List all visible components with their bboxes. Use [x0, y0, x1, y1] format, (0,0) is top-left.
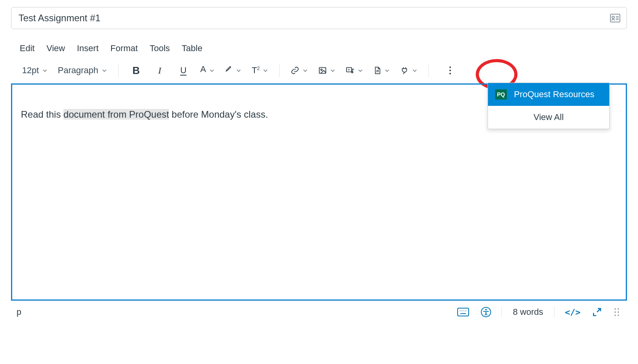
- menu-edit[interactable]: Edit: [20, 43, 35, 54]
- text-color-button[interactable]: A: [198, 63, 217, 78]
- drag-handle-icon: [614, 307, 620, 317]
- bold-button[interactable]: B: [127, 64, 145, 77]
- svg-point-18: [464, 310, 464, 311]
- keyboard-shortcuts-button[interactable]: [456, 307, 471, 317]
- menu-insert[interactable]: Insert: [77, 43, 98, 54]
- proquest-badge-icon: PQ: [495, 89, 507, 100]
- svg-point-26: [614, 311, 616, 312]
- image-icon: [318, 66, 327, 75]
- svg-point-22: [485, 309, 487, 310]
- svg-point-6: [321, 69, 323, 70]
- chevron-down-icon: [42, 68, 48, 73]
- body-text-before: Read this: [21, 109, 63, 120]
- dropdown-item-proquest[interactable]: PQ ProQuest Resources: [488, 83, 609, 106]
- svg-point-13: [449, 70, 451, 71]
- font-size-dropdown[interactable]: 12pt: [20, 65, 50, 76]
- svg-point-19: [466, 310, 466, 311]
- document-button[interactable]: [371, 65, 392, 76]
- image-button[interactable]: [316, 65, 338, 76]
- italic-button[interactable]: I: [151, 64, 169, 77]
- toolbar: 12pt Paragraph B I U: [11, 61, 627, 82]
- chevron-down-icon: [263, 68, 268, 73]
- chevron-down-icon: [209, 68, 215, 73]
- chevron-down-icon: [384, 68, 390, 73]
- svg-point-16: [460, 310, 460, 311]
- body-text-after: before Monday's class.: [169, 109, 268, 120]
- italic-icon: I: [158, 66, 161, 75]
- text-color-icon: A: [200, 65, 206, 76]
- svg-point-29: [618, 314, 619, 316]
- block-format-dropdown[interactable]: Paragraph: [56, 65, 109, 76]
- toolbar-separator: [118, 64, 119, 77]
- status-separator: [501, 307, 502, 318]
- link-icon: [291, 66, 299, 75]
- menu-format[interactable]: Format: [110, 43, 138, 54]
- superscript-button[interactable]: T2: [249, 65, 271, 76]
- keyboard-icon: [457, 308, 469, 316]
- html-code-icon: </>: [565, 307, 581, 317]
- chevron-down-icon: [358, 68, 363, 73]
- document-icon: [373, 66, 381, 75]
- svg-point-1: [612, 16, 614, 18]
- bold-icon: B: [132, 65, 140, 76]
- apps-plugin-button[interactable]: [398, 65, 420, 76]
- menu-table[interactable]: Table: [182, 43, 202, 54]
- accessibility-checker-button[interactable]: [479, 306, 493, 318]
- plug-icon: [400, 66, 409, 75]
- fullscreen-button[interactable]: [591, 307, 603, 318]
- block-format-label: Paragraph: [58, 66, 98, 75]
- chevron-down-icon: [236, 68, 241, 73]
- dropdown-item-label: View All: [534, 112, 564, 122]
- svg-point-27: [618, 311, 619, 312]
- font-size-label: 12pt: [22, 66, 39, 75]
- svg-point-14: [449, 73, 451, 74]
- menu-bar: Edit View Insert Format Tools Table: [11, 43, 627, 61]
- apps-plugin-dropdown: PQ ProQuest Resources View All: [488, 83, 610, 129]
- more-options-button[interactable]: [446, 64, 454, 77]
- toolbar-separator: [428, 64, 429, 77]
- underline-button[interactable]: U: [174, 65, 193, 76]
- menu-view[interactable]: View: [46, 43, 65, 54]
- id-card-icon: [610, 14, 620, 22]
- svg-rect-5: [319, 68, 326, 74]
- title-options-button[interactable]: [610, 14, 620, 22]
- status-separator: [554, 307, 555, 318]
- svg-marker-8: [349, 69, 351, 70]
- resize-handle[interactable]: [612, 307, 621, 318]
- svg-point-12: [449, 67, 451, 68]
- media-icon: [346, 66, 354, 75]
- html-view-button[interactable]: </>: [563, 307, 582, 318]
- chevron-down-icon: [102, 68, 107, 73]
- svg-point-25: [618, 308, 619, 309]
- chevron-down-icon: [412, 68, 417, 73]
- chevron-down-icon: [302, 68, 308, 73]
- svg-point-24: [614, 308, 616, 309]
- svg-line-23: [597, 309, 601, 312]
- assignment-title-input[interactable]: [18, 12, 610, 24]
- toolbar-separator: [279, 64, 280, 77]
- assignment-title-field: [11, 7, 627, 29]
- element-path[interactable]: p: [17, 307, 456, 317]
- dropdown-item-view-all[interactable]: View All: [488, 106, 609, 129]
- menu-tools[interactable]: Tools: [150, 43, 170, 54]
- svg-point-28: [614, 314, 616, 316]
- media-button[interactable]: [343, 65, 365, 76]
- highlight-icon: [225, 65, 233, 76]
- superscript-icon: T2: [252, 66, 260, 75]
- kebab-icon: [449, 66, 452, 75]
- word-count[interactable]: 8 words: [510, 307, 545, 317]
- body-text-selected: document from ProQuest: [63, 109, 169, 120]
- status-bar: p: [11, 301, 627, 318]
- svg-point-9: [352, 72, 353, 73]
- underline-icon: U: [180, 66, 187, 75]
- chevron-down-icon: [330, 68, 336, 73]
- svg-point-17: [462, 310, 462, 311]
- highlight-color-button[interactable]: [223, 63, 244, 78]
- accessibility-icon: [481, 307, 491, 317]
- svg-rect-15: [458, 308, 469, 316]
- dropdown-item-label: ProQuest Resources: [514, 89, 594, 100]
- link-button[interactable]: [288, 65, 310, 76]
- expand-icon: [592, 307, 602, 317]
